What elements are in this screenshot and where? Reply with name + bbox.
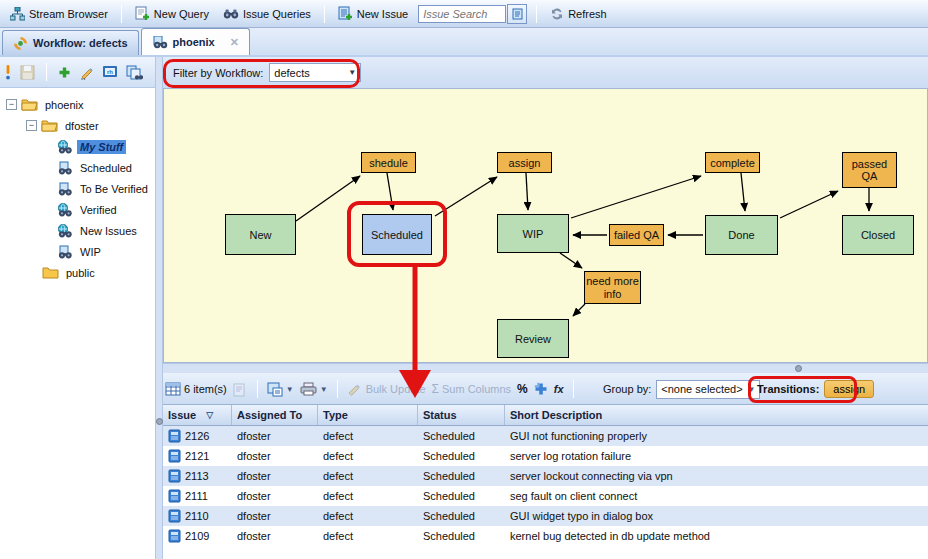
workflow-state-wip[interactable]: WIP — [497, 214, 569, 253]
assigned-to-value: dfoster — [232, 430, 318, 442]
tree-item-label: WIP — [77, 245, 104, 259]
layout-button[interactable]: ▼ — [267, 382, 294, 397]
table-row[interactable]: 2111 dfoster defect Scheduled seg fault … — [163, 486, 928, 506]
table-row[interactable]: 2126 dfoster defect Scheduled GUI not fu… — [163, 426, 928, 446]
tree-item-label-selected: My Stuff — [77, 140, 126, 154]
stream-browser-button[interactable]: Stream Browser — [6, 5, 112, 23]
collapse-toggle-icon[interactable]: − — [26, 120, 37, 131]
issue-id: 2121 — [185, 450, 209, 462]
new-issue-button[interactable]: New Issue — [334, 4, 412, 23]
table-view-button[interactable]: 6 item(s) — [165, 382, 227, 396]
refresh-label: Refresh — [568, 8, 607, 20]
issue-search-go-icon — [512, 8, 523, 20]
svg-text:rh: rh — [107, 69, 113, 75]
description-value: kernel bug detected in db update method — [505, 530, 928, 542]
workflow-transition-assign[interactable]: assign — [497, 152, 552, 173]
issue-icon — [168, 529, 181, 543]
fx-icon: fx — [554, 383, 564, 395]
new-query-button[interactable]: New Query — [131, 4, 213, 23]
workflow-transition-passed-qa[interactable]: passed QA — [842, 152, 897, 188]
query-icon — [56, 245, 73, 259]
tab-close-icon[interactable]: ✕ — [230, 36, 239, 49]
query-globe-icon — [56, 224, 73, 238]
assigned-to-value: dfoster — [232, 490, 318, 502]
printer-icon — [300, 382, 317, 396]
issue-icon — [168, 509, 181, 523]
toolbar-separator — [337, 380, 338, 398]
group-by-select[interactable]: <none selected> ▼ — [656, 380, 760, 399]
transition-assign-button[interactable]: assign — [824, 380, 874, 398]
issue-priority-icon[interactable] — [4, 64, 12, 80]
tree-item-scheduled[interactable]: Scheduled — [0, 157, 155, 178]
column-label: Assigned To — [237, 409, 302, 421]
workflow-state-new[interactable]: New — [225, 214, 296, 255]
column-header-issue[interactable]: Issue ▽ — [163, 405, 232, 425]
toolbar-separator — [536, 5, 537, 23]
table-row[interactable]: 2110 dfoster defect Scheduled GUI widget… — [163, 506, 928, 526]
collapse-toggle-icon[interactable]: − — [6, 99, 17, 110]
query-tree: − phoenix − dfoster My Stuff Scheduled T… — [0, 88, 155, 283]
workflow-state-review[interactable]: Review — [497, 319, 569, 358]
bulk-update-button[interactable]: Bulk Update — [347, 382, 426, 396]
tree-item-dfoster[interactable]: − dfoster — [0, 115, 155, 136]
workflow-diagram: New shedule Scheduled assign WIP complet… — [163, 88, 928, 363]
column-header-type[interactable]: Type — [318, 405, 418, 425]
copy-query-icon[interactable] — [126, 65, 143, 80]
edit-icon[interactable] — [79, 65, 94, 80]
workflow-transition-shedule[interactable]: shedule — [361, 152, 416, 173]
splitter-handle[interactable] — [795, 365, 802, 372]
status-value: Scheduled — [418, 490, 505, 502]
issue-search-input[interactable] — [418, 5, 506, 23]
workflow-transition-complete[interactable]: complete — [705, 152, 760, 173]
type-value: defect — [318, 490, 418, 502]
workflow-filter-value: defects — [274, 67, 309, 79]
print-button[interactable]: ▼ — [300, 382, 328, 396]
formula-button[interactable]: fx — [554, 383, 564, 395]
tab-phoenix[interactable]: phoenix ✕ — [141, 28, 250, 55]
add-icon[interactable] — [58, 66, 71, 79]
percent-button[interactable]: % — [517, 382, 528, 396]
sum-columns-button[interactable]: Σ Sum Columns — [432, 382, 512, 396]
column-header-short-description[interactable]: Short Description — [505, 405, 928, 425]
monitor-icon[interactable]: rh — [102, 65, 118, 79]
issue-icon — [168, 469, 181, 483]
column-header-assigned-to[interactable]: Assigned To — [232, 405, 318, 425]
tree-item-wip[interactable]: WIP — [0, 241, 155, 262]
issue-search — [418, 4, 527, 24]
new-issue-from-result-icon[interactable] — [233, 382, 248, 397]
workflow-transition-need-more-info[interactable]: need more info — [584, 271, 641, 304]
splitter-handle[interactable] — [156, 418, 163, 425]
query-icon — [56, 182, 73, 196]
vertical-splitter[interactable] — [155, 57, 163, 559]
group-by-value: <none selected> — [661, 383, 742, 395]
type-value: defect — [318, 530, 418, 542]
save-icon[interactable] — [20, 65, 35, 80]
tree-item-phoenix[interactable]: − phoenix — [0, 94, 155, 115]
column-header-status[interactable]: Status — [418, 405, 505, 425]
issue-queries-button[interactable]: Issue Queries — [219, 5, 315, 22]
issue-queries-icon — [223, 7, 239, 20]
issue-search-go-button[interactable] — [507, 4, 527, 24]
issue-id: 2113 — [185, 470, 209, 482]
workflow-state-done[interactable]: Done — [705, 215, 778, 255]
horizontal-splitter[interactable] — [163, 363, 928, 373]
refresh-button[interactable]: Refresh — [546, 5, 611, 23]
workflow-transition-failed-qa[interactable]: failed QA — [609, 224, 664, 246]
workflow-filter-select[interactable]: defects ▼ — [269, 63, 361, 82]
tree-item-verified[interactable]: Verified — [0, 199, 155, 220]
workflow-state-closed[interactable]: Closed — [842, 215, 914, 255]
workflow-state-scheduled[interactable]: Scheduled — [362, 214, 432, 255]
add-columns-button[interactable] — [534, 382, 548, 396]
status-value: Scheduled — [418, 530, 505, 542]
status-value: Scheduled — [418, 510, 505, 522]
tree-item-to-be-verified[interactable]: To Be Verified — [0, 178, 155, 199]
tree-item-my-stuff[interactable]: My Stuff — [0, 136, 155, 157]
table-row[interactable]: 2113 dfoster defect Scheduled server loc… — [163, 466, 928, 486]
status-value: Scheduled — [418, 470, 505, 482]
tab-workflow-defects[interactable]: Workflow: defects — [2, 30, 139, 55]
table-row[interactable]: 2109 dfoster defect Scheduled kernel bug… — [163, 526, 928, 546]
table-row[interactable]: 2121 dfoster defect Scheduled server log… — [163, 446, 928, 466]
tree-item-new-issues[interactable]: New Issues — [0, 220, 155, 241]
tree-item-public[interactable]: public — [0, 262, 155, 283]
tree-item-label: public — [63, 266, 98, 280]
